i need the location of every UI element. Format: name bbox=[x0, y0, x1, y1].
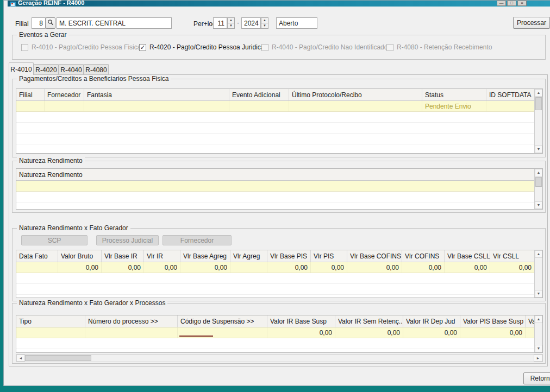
col-ultimo-protocolo[interactable]: Último Protocolo/Recibo bbox=[289, 89, 422, 100]
scroll-up-icon[interactable]: ▲ bbox=[535, 315, 542, 323]
periodo-year-input[interactable]: 2024 bbox=[241, 17, 261, 29]
filial-code-input[interactable]: 8 bbox=[32, 17, 46, 29]
cell-ultimo-protocolo[interactable] bbox=[289, 101, 422, 111]
cell-numero-processo[interactable] bbox=[85, 327, 178, 338]
cell-vlr-base-csll[interactable]: 0,00 bbox=[445, 262, 490, 273]
filial-name-field[interactable]: M. ESCRIT. CENTRAL bbox=[57, 17, 172, 29]
col-fantasia[interactable]: Fantasia bbox=[84, 89, 229, 100]
checkbox-r4020[interactable]: ✓ R-4020 - Pagto/Credito Pessoa Juridica bbox=[139, 43, 264, 51]
cell-valor-ir-base-susp[interactable]: 0,00 bbox=[267, 327, 335, 338]
col-tipo[interactable]: Tipo bbox=[16, 315, 85, 327]
col-vlr-base-csll[interactable]: Vlr Base CSLL bbox=[445, 250, 490, 262]
cell-vlr-agreg[interactable] bbox=[230, 262, 267, 273]
col-truncated[interactable]: Va bbox=[526, 315, 534, 327]
checkbox-r4020-box[interactable]: ✓ bbox=[139, 44, 146, 51]
scroll-left-icon[interactable]: ◄ bbox=[16, 355, 25, 362]
cell-valor-ir-sem-retenc[interactable]: 0,00 bbox=[335, 327, 403, 338]
processos-vscrollbar[interactable]: ▲ ▼ bbox=[534, 315, 542, 352]
natureza-row[interactable] bbox=[16, 181, 542, 192]
pagamentos-row[interactable]: Pendente Envio bbox=[16, 101, 542, 112]
tab-r4040[interactable]: R-4040 bbox=[59, 64, 84, 75]
col-codigo-suspensao[interactable]: Código de Suspensão >> bbox=[178, 315, 267, 327]
col-vlr-ir[interactable]: Vlr IR bbox=[144, 250, 180, 262]
col-vlr-pis[interactable]: Vlr PIS bbox=[311, 250, 347, 262]
cell-vlr-cofins[interactable]: 0,00 bbox=[402, 262, 445, 273]
processar-button[interactable]: Processar bbox=[513, 17, 550, 29]
cell-valor-ir-dep-jud[interactable]: 0,00 bbox=[403, 327, 460, 338]
fornecedor-estrangeiro-button[interactable]: Fornecedor Estrangeiro bbox=[162, 235, 232, 245]
scroll-up-icon[interactable]: ▲ bbox=[535, 250, 542, 258]
processos-row[interactable]: 0,00 0,00 0,00 0,00 bbox=[16, 327, 542, 338]
retornar-button[interactable]: Retornar bbox=[523, 372, 550, 384]
cell-natureza-rendimento[interactable] bbox=[16, 181, 534, 191]
cell-vlr-base-cofins[interactable]: 0,00 bbox=[347, 262, 402, 273]
col-valor-pis-base-susp[interactable]: Valor PIS Base Susp bbox=[460, 315, 526, 327]
col-fornecedor[interactable]: Fornecedor bbox=[45, 89, 84, 100]
checkbox-r4080-box[interactable] bbox=[386, 44, 393, 51]
cell-vlr-base-pis[interactable]: 0,00 bbox=[267, 262, 311, 273]
col-filial[interactable]: Filial bbox=[16, 89, 45, 100]
tab-r4080[interactable]: R-4080 bbox=[84, 64, 109, 75]
cell-filial[interactable] bbox=[16, 101, 45, 111]
col-valor-ir-base-susp[interactable]: Valor IR Base Susp bbox=[267, 315, 335, 327]
cell-codigo-suspensao[interactable] bbox=[178, 327, 267, 338]
col-valor-ir-sem-retenc[interactable]: Valor IR Sem Retenç... bbox=[335, 315, 403, 327]
col-status[interactable]: Status bbox=[422, 89, 486, 100]
col-id-softdata[interactable]: ID SOFTDATA bbox=[486, 89, 534, 100]
checkbox-r4010-box[interactable] bbox=[21, 44, 28, 51]
scroll-down-icon[interactable]: ▼ bbox=[535, 146, 542, 153]
scroll-up-icon[interactable]: ▲ bbox=[535, 89, 542, 97]
cell-fantasia[interactable] bbox=[84, 101, 229, 111]
cell-data-fato[interactable] bbox=[16, 262, 58, 273]
cell-fornecedor[interactable] bbox=[45, 101, 84, 111]
col-valor-ir-dep-jud[interactable]: Valor IR Dep Jud bbox=[403, 315, 460, 327]
cell-vlr-base-agreg[interactable]: 0,00 bbox=[180, 262, 230, 273]
close-button[interactable]: × bbox=[517, 1, 527, 6]
periodo-status-field[interactable]: Aberto bbox=[276, 17, 317, 29]
cell-id-softdata[interactable] bbox=[486, 101, 534, 111]
periodo-month-input[interactable]: 11 bbox=[213, 17, 227, 29]
checkbox-r4040[interactable]: R-4040 - Pagto/Credito Nao Identificado bbox=[261, 43, 388, 51]
checkbox-r4010[interactable]: R-4010 - Pagto/Credito Pessoa Fisica bbox=[21, 43, 141, 51]
cell-valor-pis-base-susp[interactable]: 0,00 bbox=[460, 327, 526, 338]
fato-vscrollbar[interactable]: ▲ ▼ bbox=[534, 250, 542, 298]
col-vlr-csll[interactable]: Vlr CSLL bbox=[490, 250, 534, 262]
col-vlr-base-pis[interactable]: Vlr Base PIS bbox=[267, 250, 311, 262]
cell-tipo[interactable] bbox=[16, 327, 85, 338]
scroll-down-icon[interactable]: ▼ bbox=[535, 290, 542, 298]
checkbox-r4040-box[interactable] bbox=[261, 44, 268, 51]
col-valor-bruto[interactable]: Valor Bruto bbox=[58, 250, 102, 262]
col-numero-processo[interactable]: Número do processo >> bbox=[85, 315, 178, 327]
col-data-fato[interactable]: Data Fato bbox=[16, 250, 58, 262]
tab-r4020[interactable]: R-4020 bbox=[34, 64, 59, 75]
cell-evento-adicional[interactable] bbox=[229, 101, 289, 111]
scroll-down-icon[interactable]: ▼ bbox=[535, 345, 542, 352]
col-evento-adicional[interactable]: Evento Adicional bbox=[229, 89, 289, 100]
scroll-down-icon[interactable]: ▼ bbox=[535, 201, 542, 209]
cell-truncated[interactable] bbox=[526, 327, 534, 338]
maximize-button[interactable]: □ bbox=[507, 1, 516, 6]
scrollbar-thumb[interactable] bbox=[535, 97, 542, 110]
filial-search-button[interactable] bbox=[46, 17, 55, 29]
month-spin-down-icon[interactable]: ▼ bbox=[227, 23, 235, 29]
minimize-button[interactable]: — bbox=[497, 1, 506, 6]
year-spin-down-icon[interactable]: ▼ bbox=[261, 23, 268, 29]
scroll-right-icon[interactable]: ► bbox=[534, 355, 542, 362]
cell-vlr-csll[interactable]: 0,00 bbox=[490, 262, 534, 273]
checkbox-r4080[interactable]: R-4080 - Retenção Recebimento bbox=[386, 43, 492, 51]
scroll-up-icon[interactable]: ▲ bbox=[535, 169, 542, 176]
scp-button[interactable]: SCP bbox=[21, 235, 88, 245]
cell-vlr-pis[interactable]: 0,00 bbox=[311, 262, 347, 273]
cell-valor-bruto[interactable]: 0,00 bbox=[58, 262, 102, 273]
processos-hscrollbar[interactable]: ◄ ► bbox=[16, 354, 543, 362]
cell-vlr-base-ir[interactable]: 0,00 bbox=[102, 262, 144, 273]
tab-r4010[interactable]: R-4010 bbox=[9, 62, 34, 75]
fato-row[interactable]: 0,00 0,00 0,00 0,00 0,00 0,00 0,00 0,00 … bbox=[16, 262, 542, 273]
col-vlr-base-agreg[interactable]: Vlr Base Agreg bbox=[180, 250, 230, 262]
col-vlr-cofins[interactable]: Vlr COFINS bbox=[402, 250, 445, 262]
col-vlr-base-cofins[interactable]: Vlr Base COFINS bbox=[347, 250, 402, 262]
col-vlr-base-ir[interactable]: Vlr Base IR bbox=[102, 250, 144, 262]
natureza-vscrollbar[interactable]: ▲ ▼ bbox=[534, 169, 542, 209]
processo-judicial-button[interactable]: Processo Judicial bbox=[96, 235, 159, 245]
col-natureza-rendimento[interactable]: Natureza Rendimento bbox=[16, 169, 534, 180]
